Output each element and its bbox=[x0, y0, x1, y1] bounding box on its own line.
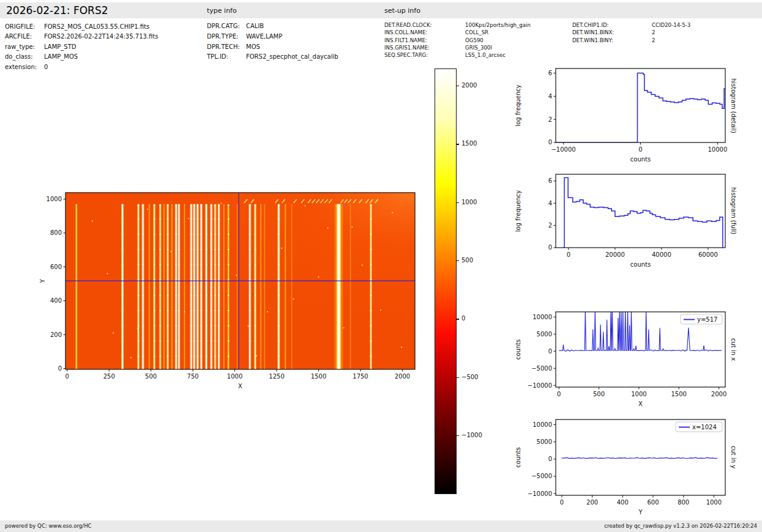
cut-in-x-plot: 05001000150020001000050000−5000−10000Xco… bbox=[512, 306, 731, 410]
hot-pixel bbox=[147, 209, 148, 210]
svg-text:2: 2 bbox=[548, 116, 552, 123]
svg-text:250: 250 bbox=[103, 373, 115, 380]
colorbar-tick bbox=[457, 377, 459, 378]
svg-text:1000: 1000 bbox=[47, 196, 62, 202]
hot-pixel bbox=[392, 212, 393, 213]
footer-powered-by: powered by QC: www.eso.org/HC bbox=[5, 520, 92, 532]
svg-text:0: 0 bbox=[548, 456, 552, 462]
hot-pixel bbox=[343, 327, 345, 328]
svg-text:600: 600 bbox=[647, 499, 659, 506]
svg-text:Y: Y bbox=[39, 279, 46, 284]
svg-text:0: 0 bbox=[58, 365, 62, 372]
svg-text:750: 750 bbox=[187, 373, 199, 380]
svg-text:4: 4 bbox=[548, 200, 552, 207]
colorbar-tick-label: −500 bbox=[461, 374, 478, 380]
svg-text:1250: 1250 bbox=[269, 373, 284, 380]
svg-text:2000: 2000 bbox=[711, 391, 727, 397]
svg-text:−5000: −5000 bbox=[531, 365, 552, 372]
svg-text:1000: 1000 bbox=[706, 499, 722, 506]
hot-pixel bbox=[293, 298, 294, 300]
svg-text:−10000: −10000 bbox=[551, 146, 575, 153]
svg-text:4: 4 bbox=[548, 93, 552, 100]
axes-box bbox=[556, 174, 725, 248]
svg-text:log frequency: log frequency bbox=[515, 190, 521, 232]
hot-pixel bbox=[236, 275, 237, 276]
svg-text:20000: 20000 bbox=[605, 251, 625, 258]
svg-text:400: 400 bbox=[50, 297, 62, 304]
hot-pixel bbox=[92, 221, 93, 222]
svg-text:−10000: −10000 bbox=[528, 490, 552, 497]
colorbar-tick bbox=[457, 435, 459, 436]
histogram-detail-right-label: histogram (detail) bbox=[728, 68, 738, 142]
histogram-detail-plot: −100000100000246countslog frequency bbox=[512, 63, 731, 166]
hot-pixel bbox=[206, 347, 207, 348]
colorbar-tick bbox=[457, 260, 459, 261]
svg-text:800: 800 bbox=[678, 499, 689, 506]
figure-area: 0250500750100012501500175020000200400600… bbox=[0, 0, 762, 532]
cut-in-y-right-label: cut in y bbox=[728, 419, 738, 495]
hot-pixel bbox=[281, 248, 282, 249]
hot-pixel bbox=[130, 357, 132, 358]
svg-text:200: 200 bbox=[586, 499, 598, 506]
hot-pixel bbox=[305, 205, 306, 207]
hot-pixel bbox=[154, 234, 155, 235]
svg-text:800: 800 bbox=[50, 229, 62, 236]
hot-pixel bbox=[256, 355, 257, 357]
svg-text:0: 0 bbox=[548, 348, 552, 355]
hot-pixel bbox=[184, 311, 185, 312]
svg-text:400: 400 bbox=[617, 499, 629, 506]
histogram-full-right-label: histogram (full) bbox=[728, 174, 738, 248]
svg-text:x=1024: x=1024 bbox=[692, 424, 717, 430]
hot-pixel bbox=[248, 326, 249, 327]
svg-text:1750: 1750 bbox=[353, 373, 368, 380]
svg-text:0: 0 bbox=[638, 146, 642, 153]
colorbar-tick-label: 2000 bbox=[461, 82, 477, 89]
histogram-full-plot: 02000040000600000246countslog frequency bbox=[512, 169, 731, 271]
svg-text:0: 0 bbox=[65, 373, 69, 380]
raw-image-heatmap bbox=[65, 193, 415, 369]
svg-text:2000: 2000 bbox=[395, 373, 410, 380]
cut-in-y-plot: 020040060080010001000050000−5000−10000Yc… bbox=[512, 414, 731, 519]
svg-text:10000: 10000 bbox=[532, 421, 552, 428]
hot-pixel bbox=[171, 251, 172, 253]
svg-text:0: 0 bbox=[548, 139, 552, 146]
hot-pixel bbox=[327, 227, 329, 229]
svg-text:500: 500 bbox=[593, 391, 605, 397]
svg-text:1500: 1500 bbox=[311, 373, 326, 380]
histogram-detail-plot-series bbox=[556, 73, 725, 142]
hot-pixel bbox=[107, 273, 108, 275]
svg-text:X: X bbox=[638, 401, 643, 407]
footer-created-by: created by qc_rawdisp.py v1.2.3 on 2026-… bbox=[604, 520, 757, 532]
hot-pixel bbox=[221, 203, 222, 204]
hot-pixel bbox=[137, 328, 138, 330]
hot-pixel bbox=[194, 292, 195, 293]
svg-text:X: X bbox=[238, 383, 242, 390]
hot-pixel bbox=[352, 226, 353, 227]
raw-image-plot: 0250500750100012501500175020000200400600… bbox=[36, 187, 424, 394]
colorbar-tick-label: 0 bbox=[461, 315, 465, 322]
colorbar-tick-label: 1500 bbox=[461, 140, 477, 147]
hot-pixel bbox=[267, 311, 268, 312]
svg-text:counts: counts bbox=[515, 339, 521, 360]
svg-text:log frequency: log frequency bbox=[515, 84, 521, 127]
svg-text:−5000: −5000 bbox=[531, 473, 552, 479]
hot-pixel bbox=[318, 276, 319, 278]
hot-pixel bbox=[113, 333, 114, 334]
colorbar-tick-label: 1000 bbox=[461, 199, 477, 205]
hot-pixel bbox=[401, 347, 402, 348]
svg-text:10000: 10000 bbox=[708, 146, 728, 153]
histogram-full-plot-series bbox=[562, 177, 722, 248]
colorbar bbox=[435, 68, 457, 494]
colorbar-tick bbox=[457, 319, 459, 319]
colorbar-tick bbox=[457, 202, 459, 203]
svg-text:−10000: −10000 bbox=[528, 382, 552, 389]
cut-in-y-series bbox=[562, 457, 717, 458]
svg-text:0: 0 bbox=[567, 251, 570, 258]
svg-text:200: 200 bbox=[50, 331, 62, 338]
svg-text:500: 500 bbox=[145, 373, 157, 380]
svg-text:1000: 1000 bbox=[227, 373, 242, 380]
svg-text:1000: 1000 bbox=[631, 391, 646, 397]
colorbar-tick-label: 500 bbox=[461, 257, 473, 264]
cut-in-x-right-label: cut in x bbox=[728, 312, 738, 387]
svg-text:5000: 5000 bbox=[537, 331, 552, 338]
